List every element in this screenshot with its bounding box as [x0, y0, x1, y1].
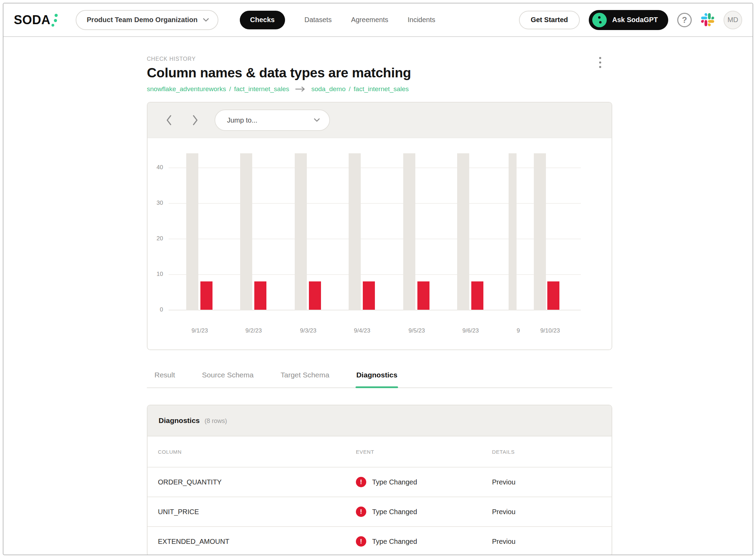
- bar-red-9-3-23[interactable]: [309, 281, 321, 310]
- y-axis-tick: 0: [147, 306, 163, 313]
- chevron-down-icon: [314, 118, 320, 122]
- cell-event: !Type Changed: [356, 536, 492, 547]
- bar-gray-9-1-23[interactable]: [186, 153, 198, 310]
- bar-gray-9-6-23[interactable]: [457, 153, 469, 310]
- cell-column-name: ORDER_QUANTITY: [158, 478, 356, 486]
- gridline: [169, 203, 581, 204]
- x-axis-tick: 9/4/23: [336, 327, 388, 334]
- kebab-menu-icon[interactable]: [597, 55, 603, 70]
- cell-details: Previou: [492, 478, 601, 486]
- soda-logo-dots-icon: [51, 12, 60, 28]
- nav-item-agreements[interactable]: Agreements: [351, 16, 388, 24]
- tab-diagnostics[interactable]: Diagnostics: [356, 371, 398, 387]
- y-axis-tick: 20: [147, 235, 163, 242]
- alert-icon: !: [356, 536, 366, 547]
- bar-red-9-6-23[interactable]: [471, 281, 483, 310]
- gridline: [169, 274, 581, 275]
- tab-target-schema[interactable]: Target Schema: [280, 371, 330, 387]
- y-axis-tick: 40: [147, 164, 163, 171]
- breadcrumb-source-dataset[interactable]: snowflake_adventureworks: [147, 85, 226, 93]
- jump-to-dropdown[interactable]: Jump to...: [215, 109, 330, 131]
- bar-gray-9-4-23[interactable]: [349, 153, 361, 310]
- bar-red-9-1-23[interactable]: [200, 281, 212, 310]
- gridline: [169, 310, 581, 310]
- y-axis-tick: 10: [147, 271, 163, 278]
- bar-red-9-10-23[interactable]: [547, 281, 559, 310]
- user-avatar[interactable]: MD: [724, 11, 742, 29]
- column-header-details: DETAILS: [492, 449, 601, 455]
- chevron-down-icon: [203, 18, 209, 22]
- event-label: Type Changed: [372, 478, 417, 486]
- event-label: Type Changed: [372, 508, 417, 516]
- table-row[interactable]: ORDER_QUANTITY!Type ChangedPreviou: [148, 467, 612, 497]
- bar-chart[interactable]: 0102030409/1/239/2/239/3/239/4/239/5/239…: [148, 138, 612, 349]
- sodagpt-icon: [592, 13, 607, 27]
- table-row[interactable]: UNIT_PRICE!Type ChangedPreviou: [148, 497, 612, 526]
- x-axis-tick: 9/2/23: [228, 327, 280, 334]
- bar-red-9-2-23[interactable]: [254, 281, 266, 310]
- diagnostics-table-header: COLUMNEVENTDETAILS: [148, 436, 612, 467]
- breadcrumb-source-table[interactable]: fact_internet_sales: [234, 85, 289, 93]
- cell-details: Previou: [492, 508, 601, 516]
- arrow-right-icon: [295, 86, 305, 92]
- org-selector[interactable]: Product Team Demo Organization: [76, 10, 218, 30]
- soda-logo-text: SODA: [14, 12, 50, 28]
- plot-area: 0102030409/1/239/2/239/3/239/4/239/5/239…: [169, 138, 581, 349]
- detail-tabs: ResultSource SchemaTarget SchemaDiagnost…: [147, 371, 612, 388]
- chevron-left-icon[interactable]: [163, 112, 175, 128]
- check-header: CHECK HISTORY Column names & data types …: [147, 37, 612, 93]
- nav-item-datasets[interactable]: Datasets: [304, 16, 332, 24]
- check-history-chart-panel: Jump to... 0102030409/1/239/2/239/3/239/…: [147, 102, 612, 350]
- soda-logo[interactable]: SODA: [14, 12, 60, 28]
- bar-gray-9-2-23[interactable]: [240, 153, 252, 310]
- alert-icon: !: [356, 507, 366, 517]
- bar-red-9-5-23[interactable]: [417, 281, 429, 310]
- get-started-button[interactable]: Get Started: [519, 11, 580, 29]
- app-frame: SODA Product Team Demo Organization Chec…: [3, 3, 753, 555]
- slack-icon[interactable]: [701, 13, 715, 27]
- x-axis-tick: 9/5/23: [391, 327, 443, 334]
- cell-column-name: UNIT_PRICE: [158, 508, 356, 516]
- chevron-right-icon[interactable]: [189, 112, 201, 128]
- page-title: Column names & data types are matching: [147, 65, 411, 81]
- help-icon[interactable]: ?: [677, 13, 692, 27]
- nav-item-checks[interactable]: Checks: [240, 11, 285, 29]
- ask-sodagpt-button[interactable]: Ask SodaGPT: [589, 10, 668, 30]
- navbar-actions: Get Started Ask SodaGPT ? MD: [519, 10, 742, 30]
- main-content: CHECK HISTORY Column names & data types …: [147, 37, 612, 555]
- breadcrumb-separator: /: [349, 85, 350, 93]
- table-row[interactable]: EXTENDED_AMOUNT!Type ChangedPreviou: [148, 526, 612, 555]
- nav-item-incidents[interactable]: Incidents: [408, 16, 435, 24]
- x-axis-tick: 9/3/23: [282, 327, 334, 334]
- diagnostics-title: Diagnostics: [159, 416, 200, 425]
- org-selector-label: Product Team Demo Organization: [87, 16, 198, 24]
- gridline: [169, 167, 581, 168]
- diagnostics-table-body: ORDER_QUANTITY!Type ChangedPreviouUNIT_P…: [148, 467, 612, 555]
- column-header-column: COLUMN: [158, 449, 356, 455]
- x-axis-tick: 9/10/23: [524, 327, 576, 334]
- bar-gray-9-10-23[interactable]: [534, 153, 546, 310]
- breadcrumb-target-dataset[interactable]: soda_demo: [311, 85, 346, 93]
- event-label: Type Changed: [372, 538, 417, 546]
- x-axis-tick: 9/6/23: [445, 327, 497, 334]
- top-navbar: SODA Product Team Demo Organization Chec…: [3, 3, 753, 37]
- breadcrumb-target-table[interactable]: fact_internet_sales: [354, 85, 409, 93]
- breadcrumb: snowflake_adventureworks / fact_internet…: [147, 85, 411, 93]
- jump-to-placeholder: Jump to...: [227, 116, 257, 124]
- cell-details: Previou: [492, 538, 601, 546]
- diagnostics-panel: Diagnostics (8 rows) COLUMNEVENTDETAILS …: [147, 405, 612, 555]
- diagnostics-panel-header: Diagnostics (8 rows): [148, 405, 612, 436]
- bar-gray-9-3-23[interactable]: [295, 153, 307, 310]
- tab-source-schema[interactable]: Source Schema: [201, 371, 254, 387]
- tab-result[interactable]: Result: [154, 371, 176, 387]
- cell-column-name: EXTENDED_AMOUNT: [158, 538, 356, 546]
- column-header-event: EVENT: [356, 449, 492, 455]
- alert-icon: !: [356, 477, 366, 487]
- bar-red-9-4-23[interactable]: [363, 281, 375, 310]
- bar-gray-9-5-23[interactable]: [403, 153, 415, 310]
- bar-gray-9[interactable]: [509, 153, 517, 310]
- breadcrumb-separator: /: [229, 85, 231, 93]
- chart-toolbar: Jump to...: [148, 103, 612, 138]
- cell-event: !Type Changed: [356, 477, 492, 487]
- gridline: [169, 239, 581, 239]
